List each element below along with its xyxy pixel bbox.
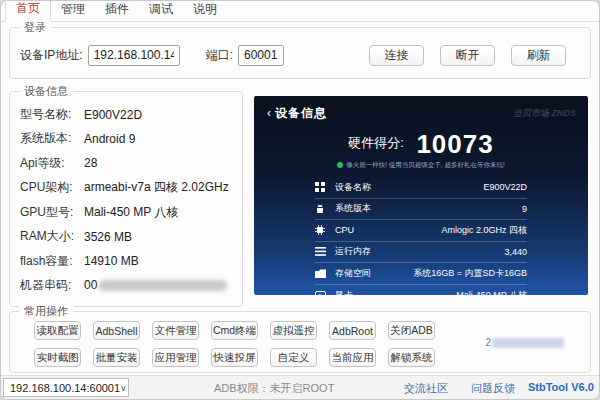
- connect-button[interactable]: 连接: [369, 45, 424, 66]
- device-info-row: RAM大小: 3526 MB: [20, 228, 234, 245]
- tab-plugins[interactable]: 插件: [95, 0, 139, 22]
- panel-row-device-name: 设备名称 E900V22D: [315, 177, 527, 199]
- cpu-icon: [315, 225, 327, 235]
- serial-redaction-blur: [99, 280, 227, 291]
- panel-row-memory: 运行内存 3,440: [315, 242, 527, 264]
- grid-icon: [315, 182, 327, 192]
- adb-shell-button[interactable]: AdbShell: [93, 321, 140, 340]
- os-label: 系统版本:: [20, 130, 84, 147]
- virtual-remote-button[interactable]: 虚拟遥控: [270, 321, 317, 340]
- android-icon: [315, 204, 327, 214]
- panel-row-storage: 存储空间 系统16GB = 内置SD卡16GB: [315, 263, 527, 285]
- panel-title: ‹设备信息: [267, 105, 327, 122]
- common-ops-group: 常用操作 读取配置 AdbShell 文件管理 Cmd终端 虚拟遥控 AdbRo…: [9, 311, 591, 373]
- ip-input[interactable]: [88, 45, 180, 66]
- tab-home[interactable]: 首页: [5, 0, 51, 22]
- watermark: 当贝市场 ZNDS: [513, 107, 576, 120]
- address-value: 192.168.100.14:60001: [10, 382, 120, 394]
- refresh-button[interactable]: 刷新: [511, 45, 566, 66]
- model-value: E900V22D: [84, 108, 142, 122]
- contact-redaction-blur: [492, 338, 564, 348]
- common-ops-group-label: 常用操作: [19, 304, 73, 319]
- device-info-group-label: 设备信息: [19, 84, 73, 99]
- tab-bar: 首页 管理 插件 调试 说明: [1, 1, 599, 22]
- adb-permission-status: ADB权限：未开启ROOT: [214, 381, 334, 396]
- unlock-system-button[interactable]: 解锁系统: [388, 348, 435, 367]
- device-info-row: GPU型号: Mali-450 MP 八核: [20, 204, 234, 221]
- screen-cast-button[interactable]: 快速投屏: [211, 348, 258, 367]
- promo-subtitle: 像火箭一样快! 使用当贝超级盒子, 超多好礼在等你来玩!: [254, 161, 588, 170]
- ip-label: 设备IP地址:: [20, 47, 83, 64]
- flash-value: 14910 MB: [84, 254, 139, 268]
- disconnect-button[interactable]: 断开: [440, 45, 495, 66]
- tab-help[interactable]: 说明: [183, 0, 227, 22]
- device-info-row: flash容量: 14910 MB: [20, 253, 234, 270]
- panel-row-graphics: 显卡 Mali-450 MP 八核: [315, 285, 527, 296]
- file-manager-button[interactable]: 文件管理: [152, 321, 199, 340]
- app-manager-button[interactable]: 应用管理: [152, 348, 199, 367]
- read-config-button[interactable]: 读取配置: [34, 321, 81, 340]
- cpu-value: armeabi-v7a 四核 2.02GHz: [84, 179, 229, 196]
- ram-label: RAM大小:: [20, 228, 84, 245]
- batch-install-button[interactable]: 批量安装: [93, 348, 140, 367]
- panel-row-cpu: CPU Amlogic 2.0GHz 四核: [315, 220, 527, 242]
- cpu-label: CPU架构:: [20, 179, 84, 196]
- serial-row: 机器串码: 00: [20, 277, 234, 294]
- feedback-link[interactable]: 问题反馈: [471, 381, 515, 396]
- flash-label: flash容量:: [20, 253, 84, 270]
- score-label: 硬件得分:: [348, 135, 404, 150]
- memory-icon: [315, 247, 327, 257]
- api-value: 28: [84, 156, 97, 170]
- panel-spec-list: 设备名称 E900V22D 系统版本 9 CPU Amlogic 2.0GHz …: [315, 177, 527, 295]
- device-info-group: 设备信息 型号名称: E900V22D 系统版本: Android 9 Api等…: [9, 91, 243, 307]
- gpu-value: Mali-450 MP 八核: [84, 204, 178, 221]
- status-bar: 192.168.100.14:60001 ∨ ADB权限：未开启ROOT 交流社…: [1, 375, 599, 399]
- score-value: 10073: [416, 129, 493, 159]
- storage-icon: [315, 268, 327, 278]
- model-label: 型号名称:: [20, 106, 84, 123]
- address-dropdown[interactable]: 192.168.100.14:60001 ∨: [3, 378, 129, 397]
- cmd-terminal-button[interactable]: Cmd终端: [211, 321, 258, 340]
- app-window: 首页 管理 插件 调试 说明 登录 设备IP地址: 端口: 连接 断开 刷新 设…: [0, 0, 600, 400]
- blurred-contact-number: 2: [485, 337, 564, 348]
- chevron-down-icon: ∨: [120, 383, 127, 393]
- gpu-label: GPU型号:: [20, 204, 84, 221]
- device-info-row: 系统版本: Android 9: [20, 130, 234, 147]
- ram-value: 3526 MB: [84, 230, 132, 244]
- hardware-score: 硬件得分: 10073: [254, 129, 588, 160]
- adb-root-button[interactable]: AdbRoot: [329, 321, 376, 340]
- device-info-row: Api等级: 28: [20, 155, 234, 172]
- tab-debug[interactable]: 调试: [139, 0, 183, 22]
- login-group: 登录 设备IP地址: 端口: 连接 断开 刷新: [9, 27, 591, 79]
- api-label: Api等级:: [20, 155, 84, 172]
- port-input[interactable]: [238, 45, 284, 66]
- live-screenshot-button[interactable]: 实时截图: [34, 348, 81, 367]
- device-info-row: 型号名称: E900V22D: [20, 106, 234, 123]
- serial-value-prefix: 00: [84, 278, 97, 292]
- display-icon: [315, 290, 327, 295]
- os-value: Android 9: [84, 132, 135, 146]
- panel-row-os-version: 系统版本 9: [315, 199, 527, 221]
- close-adb-button[interactable]: 关闭ADB: [388, 321, 435, 340]
- current-app-button[interactable]: 当前应用: [329, 348, 376, 367]
- serial-label: 机器串码:: [20, 277, 84, 294]
- device-screenshot-panel: ‹设备信息 当贝市场 ZNDS 硬件得分: 10073 像火箭一样快! 使用当贝…: [254, 96, 588, 295]
- green-dot-icon: [337, 162, 343, 168]
- custom-button[interactable]: 自定义: [270, 348, 317, 367]
- community-link[interactable]: 交流社区: [404, 381, 448, 396]
- device-info-row: CPU架构: armeabi-v7a 四核 2.02GHz: [20, 179, 234, 196]
- app-version: StbTool V6.0: [528, 381, 594, 393]
- back-arrow-icon: ‹: [267, 106, 272, 120]
- login-group-label: 登录: [19, 20, 51, 35]
- port-label: 端口:: [206, 47, 233, 64]
- tab-manage[interactable]: 管理: [51, 0, 95, 22]
